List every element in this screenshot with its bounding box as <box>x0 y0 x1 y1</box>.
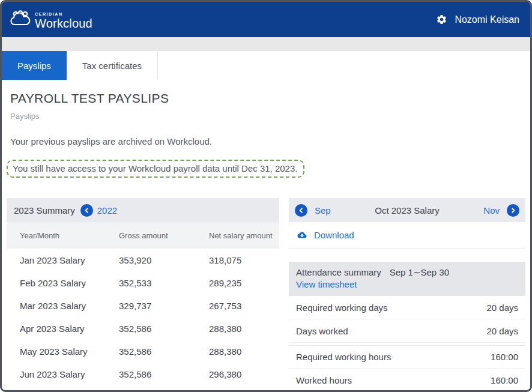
attendance-period: Sep 1∼Sep 30 <box>390 267 449 277</box>
attendance-header: Attendance summarySep 1∼Sep 30 View time… <box>289 262 525 296</box>
row-gross: 352,533 <box>119 278 209 288</box>
summary-table-header: Year/Month Gross amount Net salary amoun… <box>7 222 279 249</box>
attendance-row: Days worked 20 days <box>289 319 525 343</box>
row-gross: 353,920 <box>119 255 209 265</box>
prev-month-button[interactable] <box>295 204 307 217</box>
next-month-button[interactable] <box>507 204 519 217</box>
settings-gear-icon[interactable] <box>436 14 447 25</box>
attendance-label: Required working days <box>296 303 388 313</box>
table-row[interactable]: Mar 2023 Salary 329,737 267,753 <box>7 294 279 317</box>
attendance-label: Worked hours <box>296 375 352 385</box>
prev-year-button[interactable] <box>80 204 93 217</box>
summary-title: 2023 Summary <box>14 205 75 216</box>
header-divider-band <box>2 37 530 51</box>
tab-tax-certificates[interactable]: Tax certificates <box>67 51 158 80</box>
row-net: 289,235 <box>209 278 279 288</box>
attendance-value: 160:00 <box>491 375 518 385</box>
attendance-row: Required working hours 160:00 <box>289 345 525 369</box>
table-row[interactable]: Jan 2023 Salary 353,920 318,075 <box>7 249 279 271</box>
chevron-left-icon <box>297 207 305 214</box>
row-net: 288,380 <box>209 346 279 357</box>
view-timesheet-link[interactable]: View timesheet <box>296 279 357 289</box>
user-name[interactable]: Nozomi Keisan <box>455 14 519 25</box>
col-net-salary-amount: Net salary amount <box>209 231 279 240</box>
chevron-right-icon <box>509 207 517 214</box>
page-title: PAYROLL TEST PAYSLIPS <box>10 91 525 106</box>
summary-panel: 2023 Summary 2022 Year/Month Gross amoun… <box>7 198 279 392</box>
attendance-label: Days worked <box>296 326 348 336</box>
next-month-link[interactable]: Nov <box>483 205 500 216</box>
download-link[interactable]: Download <box>314 230 354 240</box>
row-month: May 2023 Salary <box>20 346 119 357</box>
table-row[interactable]: Apr 2023 Salary 352,586 288,380 <box>7 317 279 340</box>
row-month: Jun 2023 Salary <box>20 369 119 379</box>
attendance-label: Required working hours <box>296 352 391 362</box>
table-row[interactable]: Feb 2023 Salary 352,533 289,235 <box>7 271 279 294</box>
attendance-value: 160:00 <box>491 352 518 362</box>
prev-month-link[interactable]: Sep <box>315 205 331 216</box>
row-net: 288,380 <box>209 324 279 334</box>
attendance-value: 20 days <box>486 303 518 313</box>
table-row[interactable]: Jun 2023 Salary 352,586 296,380 <box>7 363 279 385</box>
row-month: Apr 2023 Salary <box>20 324 119 334</box>
attendance-row: Worked hours 160:00 <box>289 369 525 392</box>
attendance-title: Attendance summary <box>296 267 381 277</box>
row-gross: 352,586 <box>119 346 209 357</box>
summary-header-bar: 2023 Summary 2022 <box>7 198 279 222</box>
row-gross: 352,586 <box>119 369 209 379</box>
content-columns: 2023 Summary 2022 Year/Month Gross amoun… <box>7 198 525 392</box>
attendance-row: Required working days 20 days <box>289 296 525 319</box>
brand-logo[interactable]: CERIDIAN Workcloud <box>10 10 92 29</box>
row-month: Feb 2023 Salary <box>20 278 119 288</box>
user-area: Nozomi Keisan <box>436 14 519 25</box>
month-nav-bar: Sep Oct 2023 Salary Nov <box>289 198 525 222</box>
notice-line2-highlighted: You still have access to your Workcloud … <box>7 160 304 178</box>
brand-workcloud-label: Workcloud <box>35 17 92 29</box>
row-gross: 329,737 <box>119 301 209 311</box>
notice-line1: Your previous payslips are archived on W… <box>10 136 525 146</box>
row-month: Jan 2023 Salary <box>20 255 119 265</box>
tab-bar: Payslips Tax certificates <box>2 51 530 80</box>
row-net: 267,753 <box>209 301 279 311</box>
col-year-month: Year/Month <box>20 231 119 240</box>
chevron-left-icon <box>83 207 91 214</box>
prev-year-link[interactable]: 2022 <box>97 205 117 216</box>
main-content: PAYROLL TEST PAYSLIPS Payslips Your prev… <box>2 91 530 392</box>
attendance-title-line: Attendance summarySep 1∼Sep 30 <box>296 267 518 279</box>
table-row[interactable]: May 2023 Salary 352,586 288,380 <box>7 340 279 363</box>
row-net: 318,075 <box>209 255 279 265</box>
download-row: Download <box>289 222 525 249</box>
brand-text: CERIDIAN Workcloud <box>35 12 92 29</box>
attendance-value: 20 days <box>486 326 518 336</box>
row-gross: 352,586 <box>119 324 209 334</box>
col-gross-amount: Gross amount <box>119 231 209 240</box>
app-window: CERIDIAN Workcloud Nozomi Keisan Payslip… <box>0 0 532 392</box>
current-payslip-label: Oct 2023 Salary <box>338 205 477 216</box>
brand-ceridian-label: CERIDIAN <box>35 12 92 16</box>
tab-payslips[interactable]: Payslips <box>2 51 67 80</box>
row-net: 296,380 <box>209 369 279 379</box>
workcloud-logo-icon <box>10 10 31 28</box>
breadcrumb: Payslips <box>10 112 525 121</box>
payslip-panel: Sep Oct 2023 Salary Nov Download Attenda… <box>289 198 525 392</box>
app-header: CERIDIAN Workcloud Nozomi Keisan <box>2 2 530 37</box>
download-cloud-icon[interactable] <box>296 231 308 240</box>
row-month: Mar 2023 Salary <box>20 301 119 311</box>
